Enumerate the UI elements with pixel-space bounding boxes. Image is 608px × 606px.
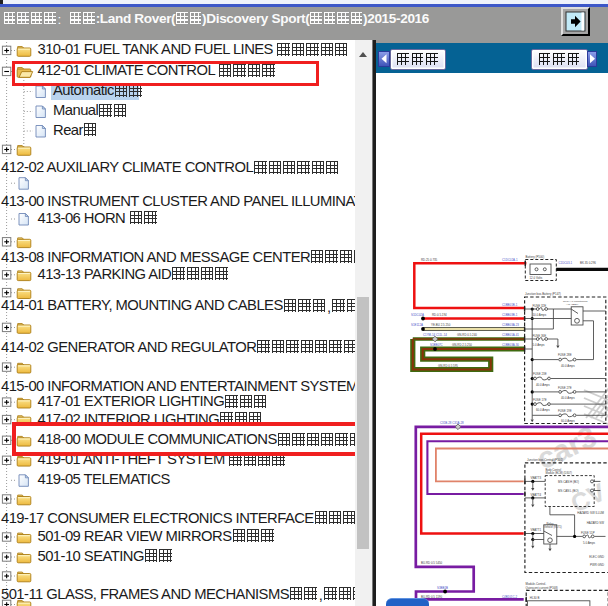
svg-text:60.0 Amps: 60.0 Amps xyxy=(536,408,550,412)
svg-text:S1BB07C: S1BB07C xyxy=(430,343,443,347)
svg-text:VBATT3: VBATT3 xyxy=(531,476,542,480)
svg-text:C1DC02A-1: C1DC02A-1 xyxy=(502,258,518,262)
svg-text:FUSE 27E: FUSE 27E xyxy=(558,386,572,390)
svg-text:C1DC03-1: C1DC03-1 xyxy=(559,261,573,265)
svg-text:C1BB01B-1: C1BB01B-1 xyxy=(502,303,518,307)
svg-text:MS CAN L (BO): MS CAN L (BO) xyxy=(558,489,578,493)
svg-text:FUSE 36E: FUSE 36E xyxy=(533,334,547,338)
svg-text:PWR GND: PWR GND xyxy=(590,563,604,567)
svg-text:Module (BCM) (D307): Module (BCM) (D307) xyxy=(546,471,572,475)
svg-text:HAZARD SW ILLUM: HAZARD SW ILLUM xyxy=(577,511,604,515)
svg-text:BU-RD 0.5 5450: BU-RD 0.5 5450 xyxy=(421,561,443,565)
svg-text:FUSE 23E: FUSE 23E xyxy=(533,372,547,376)
svg-text:C31B-28 C31A-28: C31B-28 C31A-28 xyxy=(440,421,464,425)
svg-text:Junction box-Central (P101): Junction box-Central (P101) xyxy=(527,458,563,462)
svg-text:Junction box-Battery (P147): Junction box-Battery (P147) xyxy=(525,292,561,296)
svg-text:FUSE 19E: FUSE 19E xyxy=(558,409,572,413)
svg-text:C1BB03A-23: C1BB03A-23 xyxy=(502,323,519,327)
svg-text:FUSE 32E: FUSE 32E xyxy=(533,304,547,308)
svg-text:5.0 Amps: 5.0 Amps xyxy=(533,343,546,347)
svg-text:VBATT4: VBATT4 xyxy=(531,493,542,497)
svg-text:12.0 Volts: 12.0 Volts xyxy=(530,276,543,280)
svg-text:YE-BU 2.5 250: YE-BU 2.5 250 xyxy=(431,323,451,327)
svg-text:FUSE 17E: FUSE 17E xyxy=(533,398,547,402)
svg-text:C1BB01A-41: C1BB01A-41 xyxy=(502,333,519,337)
svg-text:FUSE 51P: FUSE 51P xyxy=(581,531,595,535)
svg-text:5.0 Amps: 5.0 Amps xyxy=(583,541,596,545)
svg-text:ELEC GND: ELEC GND xyxy=(589,555,604,559)
svg-text:S1DC02A: S1DC02A xyxy=(411,313,424,317)
svg-text:Quiescent current (P168): Quiescent current (P168) xyxy=(526,586,558,590)
svg-text:C1BB03B-1: C1BB03B-1 xyxy=(502,313,518,317)
svg-text:C4B101C-2: C4B101C-2 xyxy=(502,595,517,599)
svg-text:HAZARD SW: HAZARD SW xyxy=(587,521,605,525)
svg-text:RD.25 0.735: RD.25 0.735 xyxy=(421,258,438,262)
svg-text:A/C (JE26): A/C (JE26) xyxy=(566,303,578,306)
svg-text:RD.0.5.194: RD.0.5.194 xyxy=(432,313,447,317)
svg-text:40.0 Amps: 40.0 Amps xyxy=(536,383,550,387)
svg-text:VBATT1: VBATT1 xyxy=(531,528,542,532)
svg-text:60.0 Amps: 60.0 Amps xyxy=(561,419,575,423)
svg-text:GN-RD 2.5 250: GN-RD 2.5 250 xyxy=(452,343,472,347)
svg-text:GN-RD 0.5 595: GN-RD 0.5 595 xyxy=(438,364,458,368)
svg-text:C1BB03A-30: C1BB03A-30 xyxy=(502,343,519,347)
svg-text:GN-RD 0.5 240: GN-RD 0.5 240 xyxy=(457,333,477,337)
svg-text:Battery (P100): Battery (P100) xyxy=(526,255,545,259)
svg-text:MS CAN H (BO): MS CAN H (BO) xyxy=(558,480,579,484)
svg-text:S1E112A: S1E112A xyxy=(411,323,423,327)
svg-text:S3BB1B: S3BB1B xyxy=(437,586,448,590)
svg-text:HL30 B: HL30 B xyxy=(530,596,540,600)
svg-text:10.0 Amps: 10.0 Amps xyxy=(533,313,547,317)
svg-text:40.0 Amps: 40.0 Amps xyxy=(561,364,575,368)
svg-text:BK.35 0.296: BK.35 0.296 xyxy=(580,261,596,265)
svg-text:40.0 Amps: 40.0 Amps xyxy=(561,396,575,400)
svg-text:FUSE 28E: FUSE 28E xyxy=(558,353,572,357)
